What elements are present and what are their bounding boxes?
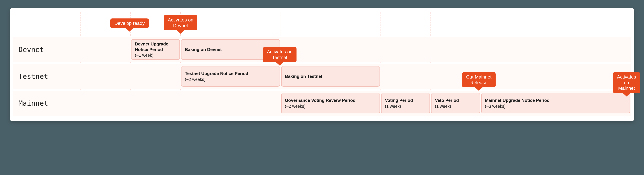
phase-title: Baking on Testnet — [285, 74, 376, 79]
row-mainnet: Mainnet Governance Voting Review Period … — [14, 90, 630, 116]
markers-top-row: Develop ready Activates on Devnet — [14, 12, 630, 37]
timeline-card: Develop ready Activates on Devnet Devnet… — [10, 8, 634, 121]
phase-title: Veto Period — [435, 98, 476, 103]
phase-sub: (~3 weeks) — [485, 104, 626, 109]
phase-mainnet-notice: Mainnet Upgrade Notice Period (~3 weeks) — [481, 93, 630, 114]
phase-sub: (~1 week) — [135, 53, 176, 58]
marker-activates-devnet: Activates on Devnet — [164, 15, 198, 30]
phase-voting-period: Voting Period (1 week) — [381, 93, 430, 114]
row-label-devnet: Devnet — [14, 37, 80, 62]
phase-title: Mainnet Upgrade Notice Period — [485, 98, 626, 103]
phase-veto-period: Veto Period (1 week) — [431, 93, 480, 114]
phase-gov-voting: Governance Voting Review Period (~2 week… — [281, 93, 380, 114]
phase-testnet-baking: Baking on Testnet — [281, 66, 380, 86]
phase-sub: (1 week) — [385, 104, 426, 109]
row-testnet: Testnet Testnet Upgrade Notice Period (~… — [14, 64, 630, 89]
phase-title: Baking on Devnet — [185, 47, 276, 52]
marker-cut-mainnet-release: Cut Mainnet Release — [462, 72, 496, 88]
marker-develop-ready: Develop ready — [110, 18, 149, 28]
row-devnet: Devnet Devnet Upgrade Notice Period (~1 … — [14, 37, 630, 62]
phase-title: Devnet Upgrade Notice Period — [135, 41, 176, 52]
phase-title: Voting Period — [385, 98, 426, 103]
phase-title: Testnet Upgrade Notice Period — [185, 71, 276, 76]
phase-sub: (~2 weeks) — [285, 104, 376, 109]
phase-sub: (1 week) — [435, 104, 476, 109]
row-label-mainnet: Mainnet — [14, 90, 80, 116]
phase-title: Governance Voting Review Period — [285, 98, 376, 103]
phase-sub: (~2 weeks) — [185, 77, 276, 82]
phase-devnet-notice: Devnet Upgrade Notice Period (~1 week) — [131, 39, 180, 60]
phase-testnet-notice: Testnet Upgrade Notice Period (~2 weeks) — [181, 66, 280, 86]
marker-activates-mainnet: Activates on Mainnet — [613, 72, 640, 93]
row-label-testnet: Testnet — [14, 64, 80, 89]
marker-activates-testnet: Activates on Testnet — [263, 47, 297, 62]
timeline-grid: Develop ready Activates on Devnet Devnet… — [14, 12, 630, 116]
